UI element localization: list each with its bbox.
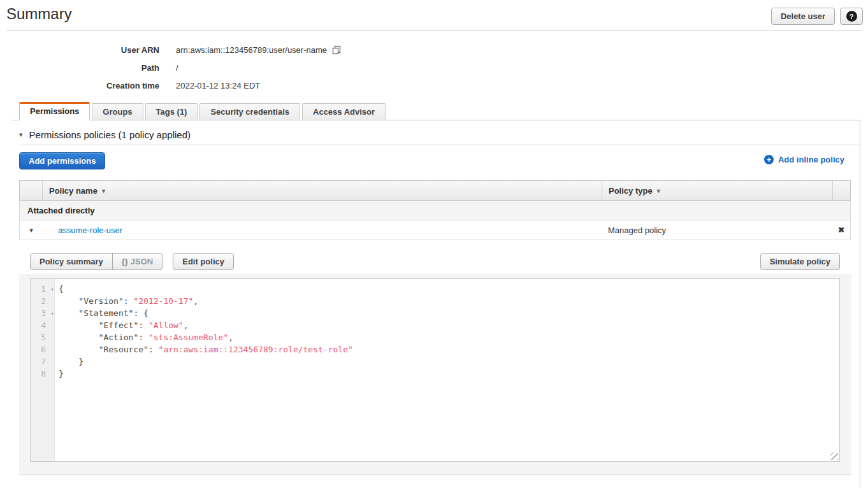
code-token-plain [59, 320, 99, 330]
delete-user-button[interactable]: Delete user [771, 8, 835, 25]
code-line[interactable]: "Effect": "Allow", [59, 319, 839, 331]
policy-row: ▾ assume-role-user Managed policy ✖ [19, 220, 851, 240]
simulate-policy-button[interactable]: Simulate policy [760, 253, 840, 270]
code-token-plain: } [59, 357, 83, 366]
sort-caret-icon: ▾ [657, 187, 660, 194]
user-arn-value: arn:aws:iam::123456789:user/user-name [176, 45, 327, 55]
json-policy-editor[interactable]: 1▾23▾45678 { "Version": "2012-10-17", "S… [30, 278, 840, 462]
code-token-string: "Allow" [148, 320, 184, 330]
line-number: 7 [31, 355, 54, 368]
line-number: 4 [31, 319, 54, 331]
code-token-key: "Version" [78, 296, 123, 306]
row-expand-caret-icon[interactable]: ▾ [20, 226, 43, 234]
code-token-key: "Statement" [78, 308, 133, 318]
editor-code[interactable]: { "Version": "2012-10-17", "Statement": … [55, 279, 839, 461]
tab-tags[interactable]: Tags (1) [145, 103, 198, 120]
code-line[interactable]: } [59, 368, 839, 380]
policy-type-header-label: Policy type [609, 186, 653, 196]
line-number: 2 [31, 295, 54, 307]
code-token-plain: , [228, 333, 233, 342]
creation-time-label: Creation time [0, 81, 159, 90]
code-token-string: "arn:aws:iam::123456789:role/test-role" [159, 345, 353, 354]
code-token-plain: , [184, 320, 189, 330]
code-token-plain: , [193, 296, 198, 306]
code-token-plain [59, 308, 78, 318]
group-row-label: Attached directly [27, 206, 94, 215]
braces-icon: {} [122, 257, 128, 266]
code-token-plain: : [148, 345, 159, 354]
code-token-plain: : [138, 320, 148, 330]
collapse-caret-icon[interactable]: ▾ [19, 131, 23, 139]
help-button[interactable]: ? [840, 8, 863, 25]
tab-permissions[interactable]: Permissions [19, 102, 90, 120]
creation-time-value: 2022-01-12 13:24 EDT [176, 81, 260, 90]
detail-row-creation-time: Creation time 2022-01-12 13:24 EDT [0, 76, 446, 94]
code-line[interactable]: "Version": "2012-10-17", [59, 295, 839, 307]
copy-icon[interactable] [332, 45, 342, 55]
section-divider [19, 145, 860, 145]
policy-type-column-header[interactable]: Policy type ▾ [602, 181, 832, 200]
policy-summary-button[interactable]: Policy summary [30, 253, 113, 270]
policy-name-cell: assume-role-user [43, 226, 602, 235]
line-number: 1▾ [31, 283, 54, 295]
code-token-plain [59, 333, 99, 342]
code-token-plain: } [59, 369, 64, 378]
policy-table-header: Policy name ▾ Policy type ▾ [19, 180, 851, 201]
policy-table: Policy name ▾ Policy type ▾ Attached dir… [19, 180, 851, 240]
code-token-plain: : { [133, 308, 148, 318]
path-value: / [176, 63, 178, 73]
resize-handle[interactable] [830, 452, 838, 460]
policy-name-header-label: Policy name [49, 186, 98, 196]
page-title: Summary [6, 5, 72, 23]
detail-row-path: Path / [0, 59, 446, 76]
tab-security-credentials[interactable]: Security credentials [199, 103, 300, 120]
code-token-plain: : [138, 333, 148, 342]
code-line[interactable]: "Statement": { [59, 307, 839, 319]
code-token-string: "sts:AssumeRole" [148, 333, 228, 342]
tab-access-advisor[interactable]: Access Advisor [302, 103, 386, 120]
edit-policy-button[interactable]: Edit policy [173, 253, 234, 270]
line-number: 6 [31, 343, 54, 355]
code-token-string: "2012-10-17" [133, 296, 193, 306]
code-token-key: "Action" [99, 333, 139, 342]
add-inline-policy-label: Add inline policy [778, 155, 844, 164]
permissions-policies-heading: ▾ Permissions policies (1 policy applied… [19, 129, 191, 140]
user-details: User ARN arn:aws:iam::123456789:user/use… [0, 41, 446, 94]
header-divider [6, 30, 862, 31]
tab-groups[interactable]: Groups [92, 103, 143, 120]
permissions-policies-title: Permissions policies (1 policy applied) [29, 129, 191, 140]
code-line[interactable]: "Resource": "arn:aws:iam::123456789:role… [59, 343, 839, 355]
tab-bar: Permissions Groups Tags (1) Security cre… [11, 102, 860, 120]
add-permissions-button[interactable]: Add permissions [19, 152, 105, 169]
code-line[interactable]: { [59, 283, 839, 295]
detach-policy-x-icon[interactable]: ✖ [832, 226, 850, 234]
plus-circle-icon: + [764, 155, 774, 164]
code-token-plain: { [59, 284, 64, 294]
detail-row-user-arn: User ARN arn:aws:iam::123456789:user/use… [0, 41, 446, 59]
policy-detail-toolbar: Policy summary {} JSON Edit policy [30, 253, 234, 270]
policy-name-column-header[interactable]: Policy name ▾ [43, 186, 602, 196]
question-mark-icon: ? [846, 11, 857, 22]
code-line[interactable]: "Action": "sts:AssumeRole", [59, 331, 839, 343]
policy-document-panel: 1▾23▾45678 { "Version": "2012-10-17", "S… [19, 274, 851, 475]
code-token-plain [59, 345, 99, 354]
line-number: 5 [31, 331, 54, 343]
header-actions: Delete user ? [771, 8, 863, 25]
code-token-plain: : [124, 296, 134, 306]
user-arn-label: User ARN [0, 45, 159, 55]
attached-directly-group-row: Attached directly [19, 201, 851, 220]
path-label: Path [0, 63, 159, 73]
sort-caret-icon: ▾ [102, 187, 105, 194]
line-number: 3▾ [31, 307, 54, 319]
code-fold-icon[interactable]: ▾ [51, 283, 54, 296]
code-line[interactable]: } [59, 355, 839, 368]
code-token-key: "Resource" [99, 345, 148, 354]
code-fold-icon[interactable]: ▾ [51, 308, 54, 320]
panel-right-border [860, 120, 860, 488]
json-view-button[interactable]: {} JSON [112, 253, 163, 270]
editor-gutter: 1▾23▾45678 [31, 279, 55, 461]
code-token-key: "Effect" [99, 320, 139, 330]
add-inline-policy-link[interactable]: + Add inline policy [764, 155, 844, 164]
policy-type-cell: Managed policy [602, 226, 832, 235]
policy-name-link[interactable]: assume-role-user [58, 226, 122, 235]
